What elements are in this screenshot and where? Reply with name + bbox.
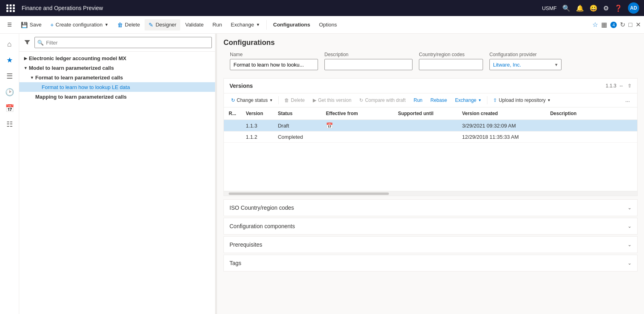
form-row: Name Description Country/region codes Co… xyxy=(223,52,638,70)
cell-description xyxy=(545,120,637,132)
rebase-label: Rebase xyxy=(431,97,447,103)
page-title: Configurations xyxy=(223,38,638,47)
change-status-chevron: ▼ xyxy=(269,98,273,102)
prerequisites-section-header[interactable]: Prerequisites ⌄ xyxy=(224,237,637,253)
run-button[interactable]: Run xyxy=(208,19,226,30)
avatar[interactable]: AD xyxy=(628,2,639,14)
exchange-button[interactable]: Exchange ▼ xyxy=(227,19,264,30)
save-icon: 💾 xyxy=(21,22,28,28)
designer-icon: ✎ xyxy=(149,22,153,28)
cell-description xyxy=(545,132,637,143)
cell-effective: 📅 xyxy=(321,120,393,132)
nav-star-icon[interactable]: ★ xyxy=(2,53,17,67)
user-label: USMF xyxy=(542,5,557,11)
provider-select-wrap: Litware, Inc. ▼ xyxy=(489,59,561,70)
get-version-label: Get this version xyxy=(318,97,351,103)
hamburger-button[interactable]: ☰ xyxy=(3,19,16,30)
split-icon[interactable]: ▦ xyxy=(601,21,607,28)
tree-item-electronic-ledger[interactable]: ▶ Electronic ledger accounting model MX xyxy=(19,53,215,63)
options-tab[interactable]: Options xyxy=(315,19,341,30)
versions-more-button[interactable]: … xyxy=(622,96,633,105)
cell-r xyxy=(224,132,241,143)
calendar-icon[interactable]: 📅 xyxy=(326,122,333,129)
waffle-menu[interactable] xyxy=(5,3,17,14)
rebase-button[interactable]: Rebase xyxy=(427,96,450,105)
iso-section-header[interactable]: ISO Country/region codes ⌄ xyxy=(224,200,637,216)
horizontal-scrollbar[interactable] xyxy=(224,191,637,196)
change-status-button[interactable]: ↻ Change status ▼ xyxy=(228,96,276,105)
versions-delete-label: Delete xyxy=(291,97,305,103)
close-icon[interactable]: ✕ xyxy=(636,21,641,28)
cell-version: 1.1.3 xyxy=(241,120,273,132)
upload-repository-button[interactable]: ⇧ Upload into repository ▼ xyxy=(490,96,554,105)
version-separator: -- xyxy=(620,83,623,89)
scroll-thumb[interactable] xyxy=(229,192,389,195)
versions-table-scroll: R... Version Status Effective from Suppo… xyxy=(224,107,637,191)
nav-menu-icon[interactable]: ☷ xyxy=(2,117,17,132)
tags-section-header[interactable]: Tags ⌄ xyxy=(224,255,637,271)
refresh-icon[interactable]: ↻ xyxy=(620,21,625,28)
configurations-label: Configurations xyxy=(273,22,310,28)
nav-home-icon[interactable]: ⌂ xyxy=(2,37,17,51)
iso-chevron-icon: ⌄ xyxy=(628,205,632,211)
search-icon[interactable]: 🔍 xyxy=(562,4,570,12)
versions-run-button[interactable]: Run xyxy=(411,96,426,105)
favorite-icon[interactable]: ☆ xyxy=(592,21,598,28)
app-title: Finance and Operations Preview xyxy=(22,5,103,11)
exchange-chevron-icon: ▼ xyxy=(256,22,260,27)
filter-icon[interactable] xyxy=(22,38,32,47)
provider-field: Configuration provider Litware, Inc. ▼ xyxy=(489,52,561,70)
nav-list-icon[interactable]: ☰ xyxy=(2,69,17,83)
provider-select[interactable]: Litware, Inc. xyxy=(489,59,561,70)
maximize-icon[interactable]: □ xyxy=(628,21,632,28)
table-row[interactable]: 1.1.3 Draft 📅 3/29/2021 09:32:09 AM xyxy=(224,120,637,132)
components-section-header[interactable]: Configuration components ⌄ xyxy=(224,218,637,234)
tree-expand-icon: ▼ xyxy=(29,74,35,81)
filter-input[interactable] xyxy=(34,37,212,48)
cell-supported xyxy=(393,132,457,143)
tree-item-format-parameterized[interactable]: ▼ Format to learn parameterized calls xyxy=(19,73,215,82)
table-row[interactable]: 1.1.2 Completed 12/29/2018 11:35:33 AM xyxy=(224,132,637,143)
col-header-supported: Supported until xyxy=(393,107,457,120)
validate-button[interactable]: Validate xyxy=(181,19,207,30)
name-label: Name xyxy=(230,52,318,57)
tree-item-model-parameterized[interactable]: ▼ Model to learn parameterized calls xyxy=(19,63,215,73)
versions-delete-button[interactable]: 🗑 Delete xyxy=(281,96,308,105)
delete-button[interactable]: 🗑 Delete xyxy=(113,19,144,30)
tree-item-format-lookup[interactable]: Format to learn how to lookup LE data xyxy=(19,82,215,92)
country-input[interactable] xyxy=(419,59,483,70)
tree-panel: 🔍 ▶ Electronic ledger accounting model M… xyxy=(19,34,215,314)
save-button[interactable]: 💾 Save xyxy=(17,19,46,30)
main-content: Configurations Name Description Country/… xyxy=(217,34,644,314)
tree-filter-bar: 🔍 xyxy=(19,34,215,52)
run-label: Run xyxy=(212,22,222,28)
delete-label: Delete xyxy=(125,22,140,28)
description-label: Description xyxy=(324,52,413,57)
versions-section-header[interactable]: Versions 1.1.3 -- ⇧ xyxy=(224,79,637,93)
create-chevron-icon: ▼ xyxy=(105,22,109,27)
cell-created: 3/29/2021 09:32:09 AM xyxy=(457,120,545,132)
nav-calendar-icon[interactable]: 📅 xyxy=(2,101,17,115)
nav-clock-icon[interactable]: 🕑 xyxy=(2,85,17,99)
designer-button[interactable]: ✎ Designer xyxy=(145,19,180,30)
components-chevron-icon: ⌄ xyxy=(628,223,632,229)
compare-draft-button[interactable]: ↻ Compare with draft xyxy=(356,96,409,105)
settings-icon[interactable]: ⚙ xyxy=(603,4,609,12)
compare-label: Compare with draft xyxy=(365,97,405,103)
title-bar: Finance and Operations Preview USMF 🔍 🔔 … xyxy=(0,0,644,16)
name-input[interactable] xyxy=(230,59,318,70)
tree-item-label: Format to learn parameterized calls xyxy=(35,75,212,81)
versions-exchange-button[interactable]: Exchange ▼ xyxy=(452,96,485,105)
left-nav: ⌂ ★ ☰ 🕑 📅 ☷ xyxy=(0,34,19,314)
name-field: Name xyxy=(230,52,318,70)
tree-item-mapping-parameterized[interactable]: Mapping to learn parameterized calls xyxy=(19,92,215,101)
pin-icon[interactable]: 4 xyxy=(610,22,617,28)
delete-icon: 🗑 xyxy=(117,22,123,28)
get-this-version-button[interactable]: ▶ Get this version xyxy=(310,96,354,105)
create-configuration-button[interactable]: + Create configuration ▼ xyxy=(46,19,113,30)
emoji-icon[interactable]: 😀 xyxy=(590,4,598,12)
notification-icon[interactable]: 🔔 xyxy=(576,4,584,12)
configurations-tab[interactable]: Configurations xyxy=(269,19,314,30)
help-icon[interactable]: ❓ xyxy=(614,4,622,12)
description-input[interactable] xyxy=(324,59,413,70)
